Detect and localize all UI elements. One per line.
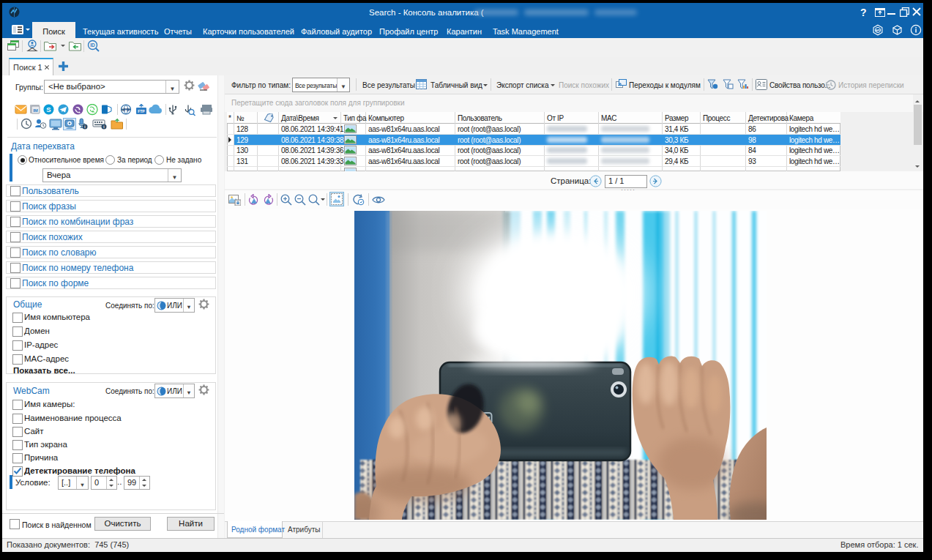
- svg-text:API: API: [876, 29, 881, 32]
- svg-text:HTTP: HTTP: [122, 108, 130, 112]
- svg-text:ID: ID: [90, 42, 95, 48]
- svg-text:S: S: [46, 105, 51, 113]
- svg-text:IM: IM: [33, 108, 38, 113]
- svg-text:FTP: FTP: [138, 109, 145, 113]
